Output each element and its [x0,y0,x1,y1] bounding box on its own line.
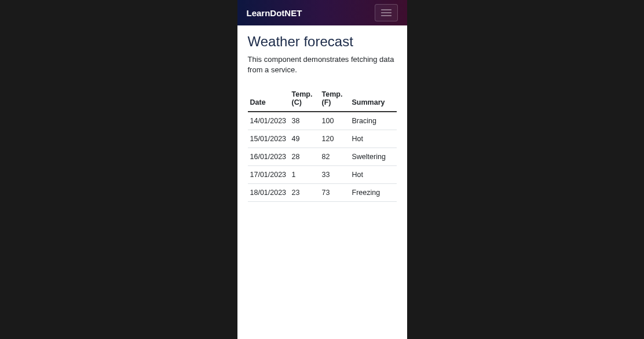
cell-date: 15/01/2023 [248,130,290,148]
navbar-toggler-button[interactable] [375,4,398,21]
header-date: Date [248,87,290,112]
cell-summary: Bracing [350,112,397,130]
navbar: LearnDotNET [237,0,407,25]
cell-summary: Hot [350,130,397,148]
table-header-row: Date Temp. (C) Temp. (F) Summary [248,87,397,112]
cell-summary: Freezing [350,184,397,202]
cell-temp-f: 120 [320,130,350,148]
header-temp-f: Temp. (F) [320,87,350,112]
header-summary: Summary [350,87,397,112]
table-row: 18/01/20232373Freezing [248,184,397,202]
cell-date: 16/01/2023 [248,148,290,166]
cell-temp-f: 100 [320,112,350,130]
navbar-brand[interactable]: LearnDotNET [247,8,302,18]
cell-temp-f: 33 [320,166,350,184]
cell-temp-c: 49 [290,130,320,148]
table-row: 14/01/202338100Bracing [248,112,397,130]
cell-temp-f: 73 [320,184,350,202]
app-window: LearnDotNET Weather forecast This compon… [237,0,407,339]
table-row: 17/01/2023133Hot [248,166,397,184]
cell-temp-f: 82 [320,148,350,166]
cell-temp-c: 23 [290,184,320,202]
cell-summary: Sweltering [350,148,397,166]
page-description: This component demonstrates fetching dat… [248,54,397,75]
table-row: 16/01/20232882Sweltering [248,148,397,166]
hamburger-icon [380,8,392,18]
header-temp-c: Temp. (C) [290,87,320,112]
cell-temp-c: 28 [290,148,320,166]
cell-summary: Hot [350,166,397,184]
main-content: Weather forecast This component demonstr… [237,25,407,339]
cell-date: 18/01/2023 [248,184,290,202]
table-row: 15/01/202349120Hot [248,130,397,148]
cell-date: 17/01/2023 [248,166,290,184]
cell-temp-c: 1 [290,166,320,184]
cell-date: 14/01/2023 [248,112,290,130]
cell-temp-c: 38 [290,112,320,130]
page-title: Weather forecast [248,34,397,50]
weather-table: Date Temp. (C) Temp. (F) Summary 14/01/2… [248,87,397,202]
